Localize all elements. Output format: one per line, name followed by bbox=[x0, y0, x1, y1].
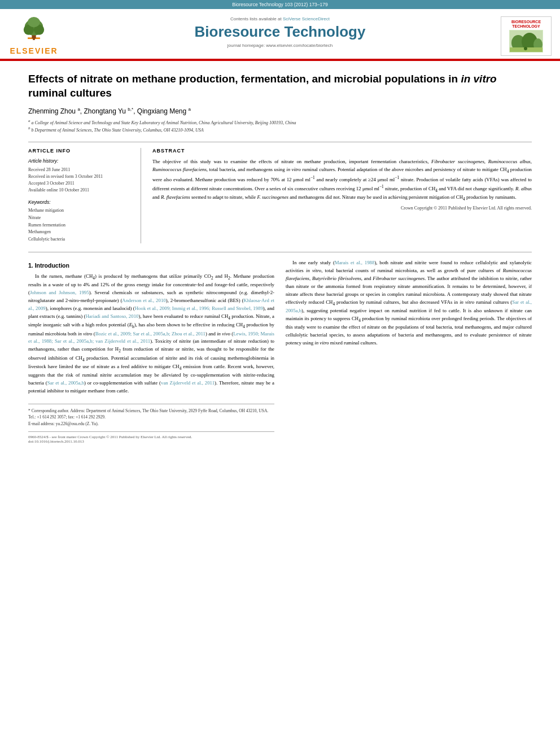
received-date: Received 28 June 2011 bbox=[28, 167, 132, 173]
journal-title: Bioresource Technology bbox=[195, 23, 366, 41]
body-content: 1. Introduction In the rumen, methane (C… bbox=[28, 259, 532, 444]
elsevier-logo: ELSEVIER bbox=[10, 17, 58, 55]
journal-logo-image bbox=[509, 30, 543, 53]
cite-hariadi[interactable]: Hariadi and Santoso, 2010 bbox=[86, 313, 139, 319]
article-info-header: ARTICLE INFO bbox=[28, 148, 132, 154]
body-col-right: In one early study (Marais et al., 1988)… bbox=[286, 259, 532, 444]
keyword-3: Rumen fermentation bbox=[28, 222, 132, 229]
copyright-line: Crown Copyright © 2011 Published by Else… bbox=[152, 206, 532, 211]
history-label: Article history: bbox=[28, 158, 132, 164]
cite-hook[interactable]: Hook et al., 2009; Immig et al., 1996; R… bbox=[135, 305, 263, 311]
cite-johnson[interactable]: Johnson and Johnson, 1995 bbox=[30, 290, 89, 295]
svg-rect-7 bbox=[33, 37, 35, 40]
available-date: Available online 10 October 2011 bbox=[28, 187, 132, 194]
svg-point-6 bbox=[33, 36, 35, 38]
revised-date: Received in revised form 3 October 2011 bbox=[28, 173, 132, 180]
footnote-area: * Corresponding author. Address: Departm… bbox=[28, 404, 274, 427]
abstract-col: ABSTRACT The objective of this study was… bbox=[152, 148, 532, 243]
elsevier-logo-area: ELSEVIER bbox=[0, 14, 68, 59]
copyright-footnote: 0960-8524/$ - see front matter Crown Cop… bbox=[28, 435, 274, 439]
elsevier-wordmark: ELSEVIER bbox=[10, 46, 58, 55]
cite-marais[interactable]: Marais et al., 1988 bbox=[335, 260, 375, 265]
info-abstract-section: ARTICLE INFO Article history: Received 2… bbox=[28, 142, 532, 243]
affil-sup-b: b,* bbox=[128, 107, 133, 112]
svg-point-13 bbox=[524, 47, 527, 50]
email-footnote: E-mail address: yu.226@osu.edu (Z. Yu). bbox=[28, 421, 274, 427]
affil-sup-a2: a bbox=[189, 107, 191, 112]
footnote-bottom: 0960-8524/$ - see front matter Crown Cop… bbox=[28, 431, 274, 444]
cite-sar2[interactable]: Sar et al., 2005a,b bbox=[286, 299, 532, 313]
sciverse-link[interactable]: SciVerse ScienceDirect bbox=[283, 16, 330, 21]
affil-sup-a: a bbox=[77, 107, 80, 112]
keyword-2: Nitrate bbox=[28, 215, 132, 222]
intro-body-right: In one early study (Marais et al., 1988)… bbox=[286, 259, 532, 347]
article-title: Effects of nitrate on methane production… bbox=[28, 72, 532, 100]
journal-citation-bar: Bioresource Technology 103 (2012) 173–17… bbox=[0, 0, 560, 9]
elsevier-tree-icon bbox=[17, 17, 51, 45]
article-info-col: ARTICLE INFO Article history: Received 2… bbox=[28, 148, 141, 243]
journal-header: ELSEVIER Contents lists available at Sci… bbox=[0, 9, 560, 60]
journal-homepage: journal homepage: www.elsevier.com/locat… bbox=[228, 43, 333, 48]
journal-title-area: Contents lists available at SciVerse Sci… bbox=[68, 14, 492, 59]
keyword-4: Methanogen bbox=[28, 229, 132, 236]
section-divider bbox=[28, 252, 532, 252]
corresponding-footnote: * Corresponding author. Address: Departm… bbox=[28, 408, 274, 421]
accepted-date: Accepted 3 October 2011 bbox=[28, 180, 132, 187]
keyword-1: Methane mitigation bbox=[28, 207, 132, 215]
journal-citation: Bioresource Technology 103 (2012) 173–17… bbox=[232, 2, 328, 7]
abstract-text: The objective of this study was to exami… bbox=[152, 158, 532, 202]
affiliations: a a College of Animal Science and Techno… bbox=[28, 119, 532, 133]
intro-body-left: In the rumen, methane (CH4) is produced … bbox=[28, 273, 274, 395]
keywords-label: Keywords: bbox=[28, 199, 132, 205]
svg-point-5 bbox=[28, 17, 40, 27]
doi-footnote: doi:10.1016/j.biortech.2011.10.013 bbox=[28, 439, 274, 444]
journal-logo-area: BIORESOURCETECHNOLOGY bbox=[492, 14, 560, 59]
body-col-left: 1. Introduction In the rumen, methane (C… bbox=[28, 259, 274, 444]
cite-bozic[interactable]: Bozic et al., 2009; Sar et al., 2005a,b;… bbox=[95, 331, 205, 337]
affiliation-a: a a College of Animal Science and Techno… bbox=[28, 119, 532, 126]
abstract-header: ABSTRACT bbox=[152, 148, 532, 154]
cite-anderson[interactable]: Anderson et al., 2010 bbox=[122, 298, 165, 303]
intro-title: 1. Introduction bbox=[28, 262, 274, 269]
keyword-5: Cellulolytic bacteria bbox=[28, 236, 132, 243]
cite-vanzij1[interactable]: van Zijderveld et al., 2011 bbox=[161, 380, 215, 386]
journal-logo-title: BIORESOURCETECHNOLOGY bbox=[511, 20, 541, 29]
sciverse-line: Contents lists available at SciVerse Sci… bbox=[230, 16, 330, 21]
cite-sar1[interactable]: Sar et al., 2005a,b bbox=[47, 380, 84, 386]
authors-line: Zhenming Zhou a, Zhongtang Yu b,*, Qingx… bbox=[28, 107, 532, 115]
affiliation-b: b b Department of Animal Sciences, The O… bbox=[28, 126, 532, 133]
journal-logo-box: BIORESOURCETECHNOLOGY bbox=[501, 16, 552, 56]
main-content: Effects of nitrate on methane production… bbox=[0, 61, 560, 455]
